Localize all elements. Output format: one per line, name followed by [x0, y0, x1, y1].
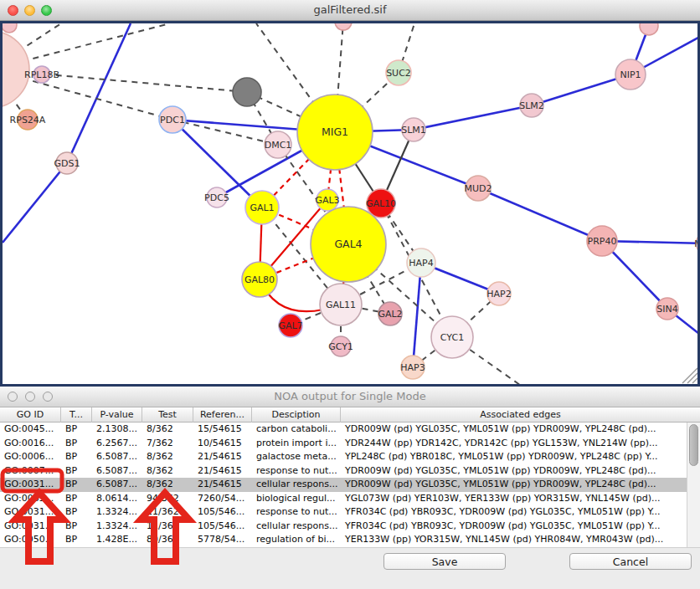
node-label: GCY1 [328, 341, 353, 352]
cell-test: 8/362 [142, 423, 193, 437]
column-header-desciption[interactable]: Desciption [252, 407, 341, 423]
cell-edges: YPL248C (pd) YBR018C, YML051W (pp) YDR00… [341, 450, 687, 464]
noa-output-window: NOA output for Single Mode GO IDT...P-va… [0, 387, 700, 589]
node-label: SIN4 [656, 304, 677, 315]
network-edge[interactable] [478, 188, 602, 241]
cytoscape-window: galFiltered.sif RPL18BRPS24AGDS1PDC1MIG1… [0, 0, 700, 589]
cell-p_value: 1.428E... [92, 533, 142, 547]
network-edge[interactable] [3, 163, 67, 243]
cell-p_value: 2.1308... [92, 423, 142, 437]
cell-reference: 21/54615 [193, 450, 252, 464]
cell-go_id: GO:0016... [0, 437, 61, 451]
cell-description: cellular respons... [252, 520, 341, 534]
node-label: GDS1 [54, 158, 80, 169]
table-row[interactable]: GO:0007...BP6.5087...8/36221/54615respon… [0, 464, 687, 479]
noa-window-title: NOA output for Single Mode [0, 390, 700, 402]
node-label: HAP3 [400, 362, 425, 373]
cell-go_id: GO:0045... [0, 423, 61, 437]
noa-button-panel: Save Cancel [0, 547, 700, 589]
cell-go_id: GO:0031... [0, 505, 61, 520]
network-window-titlebar: galFiltered.sif [0, 0, 700, 21]
cell-go_id: GO:0050... [0, 533, 61, 547]
cell-edges: YFR034C (pd) YBR093C, YDR009W (pd) YGL03… [341, 520, 687, 534]
table-row[interactable]: GO:0006...BP6.5087...8/36221/54615galact… [0, 450, 687, 464]
network-node-grayn[interactable] [233, 78, 261, 106]
table-row[interactable]: GO:0031...BP1.3324...11/362105/546...res… [0, 505, 687, 520]
cell-edges: YDR244W (pp) YDR142C, YDR142C (pp) YGL15… [341, 437, 687, 451]
table-row[interactable]: GO:0045...BP2.1308...8/36215/54615carbon… [0, 423, 687, 437]
window-title: galFiltered.sif [0, 3, 700, 16]
column-header-referen[interactable]: Referen... [193, 407, 252, 423]
cell-edges: YDR009W (pd) YGL035C, YML051W (pp) YDR00… [341, 423, 687, 437]
cell-reference: 21/54615 [193, 478, 252, 492]
cell-description: biological regul... [252, 492, 341, 506]
cell-p_value: 6.5087... [92, 450, 142, 464]
table-row[interactable]: GO:0016...BP6.2567...7/36210/54615protei… [0, 437, 687, 451]
cell-go_id: GO:0031... [0, 520, 61, 534]
cell-test: 7/362 [142, 437, 193, 451]
column-header-associated-edges[interactable]: Associated edges [341, 407, 700, 423]
cell-type: BP [61, 505, 92, 520]
node-label: SUC2 [386, 68, 411, 79]
node-label: PDC5 [204, 192, 229, 203]
cell-type: BP [61, 533, 92, 547]
cell-type: BP [61, 450, 92, 464]
node-label: PRP40 [588, 236, 617, 247]
node-label: PDC1 [160, 115, 185, 125]
cell-description: galactose meta... [252, 450, 341, 464]
cell-edges: YER133W (pp) YOR315W, YNL145W (pd) YHR08… [341, 533, 687, 547]
cell-reference: 5778/54... [193, 533, 252, 547]
node-label: MUD2 [464, 183, 492, 194]
node-label: GAL2 [378, 309, 402, 320]
cell-reference: 105/546... [193, 520, 252, 534]
column-header-test[interactable]: Test [142, 407, 193, 423]
cell-test: 8/362 [142, 478, 193, 492]
cell-test: 11/362 [142, 505, 193, 520]
network-edge[interactable] [414, 105, 532, 130]
node-label: HAP2 [486, 289, 511, 300]
node-label: RPS24A [10, 115, 46, 125]
cell-reference: 105/546... [193, 505, 252, 520]
cell-reference: 7260/54... [193, 492, 252, 506]
cell-reference: 10/54615 [193, 437, 252, 451]
cell-test: 80/362 [142, 533, 193, 547]
table-row[interactable]: GO:0050...BP1.428E...80/3625778/54...reg… [0, 533, 687, 547]
table-row[interactable]: GO:0031...BP6.5087...8/36221/54615cellul… [0, 478, 687, 492]
save-button[interactable]: Save [383, 553, 506, 570]
network-edge[interactable] [413, 263, 421, 367]
node-label: MIG1 [322, 125, 348, 138]
cell-type: BP [61, 437, 92, 451]
node-label: GAL1 [250, 202, 274, 213]
cell-p_value: 8.0614... [92, 492, 142, 506]
node-label: MSL1 [694, 238, 697, 249]
column-header-go-id[interactable]: GO ID [0, 407, 61, 423]
cell-p_value: 6.5087... [92, 478, 142, 492]
network-canvas[interactable]: RPL18BRPS24AGDS1PDC1MIG1SUC2SLM1DMC1SLM2… [0, 21, 700, 387]
cell-description: response to nut... [252, 464, 341, 479]
resize-grip[interactable] [687, 373, 697, 383]
cell-p_value: 1.3324... [92, 505, 142, 520]
node-label: GAL80 [244, 274, 275, 285]
cell-edges: YFR034C (pd) YBR093C, YDR009W (pd) YGL03… [341, 505, 687, 520]
column-header-p-value[interactable]: P-value [92, 407, 142, 423]
column-header-t[interactable]: T... [61, 407, 92, 423]
network-node-cuttop3[interactable] [640, 23, 658, 35]
node-label: CYC1 [440, 332, 464, 343]
table-row[interactable]: GO:0031...BP1.3324...11/362105/546...cel… [0, 520, 687, 534]
network-graph: RPL18BRPS24AGDS1PDC1MIG1SUC2SLM1DMC1SLM2… [3, 23, 697, 384]
cell-go_id: GO:0007... [0, 464, 61, 479]
node-label: RPL18B [24, 69, 59, 80]
cell-go_id: GO:0065... [0, 492, 61, 506]
resize-grip[interactable] [692, 378, 697, 383]
cell-reference: 21/54615 [193, 464, 252, 479]
network-node-cuttop1[interactable] [3, 23, 17, 33]
table-scrollbar[interactable] [687, 423, 700, 547]
cell-p_value: 6.2567... [92, 437, 142, 451]
table-row[interactable]: GO:0065...BP8.0614...94/3627260/54...bio… [0, 492, 687, 506]
network-node-cuttop2[interactable] [335, 23, 352, 30]
cancel-button[interactable]: Cancel [569, 553, 692, 570]
cell-p_value: 1.3324... [92, 520, 142, 534]
cell-go_id: GO:0031... [0, 478, 61, 492]
scrollbar-thumb[interactable] [689, 424, 698, 466]
cell-edges: YDR009W (pd) YGL035C, YML051W (pp) YDR00… [341, 464, 687, 479]
